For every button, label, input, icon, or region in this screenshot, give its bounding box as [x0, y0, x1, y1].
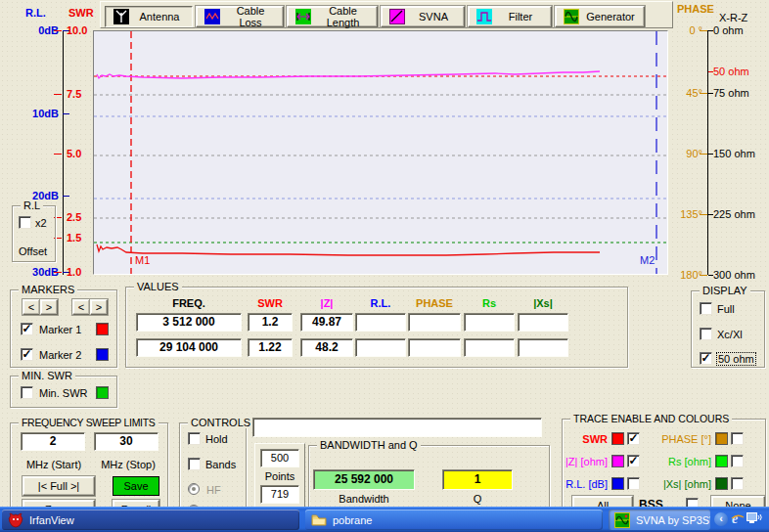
- trace-swr-checkbox[interactable]: ✓: [627, 432, 640, 445]
- chart-plot-area[interactable]: M1 M2: [93, 30, 668, 275]
- controls-group-title: CONTROLS: [188, 417, 253, 428]
- marker2-prev-button[interactable]: <: [72, 299, 90, 315]
- left-axis-db-label: 10dB: [6, 108, 59, 119]
- marker1-color-swatch[interactable]: [96, 323, 109, 335]
- marker2-color-swatch[interactable]: [96, 348, 109, 361]
- bandwidth-value[interactable]: 25 592 000: [313, 469, 415, 490]
- generator-button[interactable]: Generator: [555, 6, 645, 27]
- points-bottom-value[interactable]: 719: [260, 485, 299, 504]
- values-rs-1[interactable]: [464, 313, 515, 332]
- left-axis-db-label: 0dB: [6, 24, 59, 36]
- trace-swr-swatch[interactable]: [611, 432, 624, 445]
- values-freq-2[interactable]: 29 104 000: [136, 338, 242, 357]
- values-group: VALUES FREQ. SWR |Z| R.L. PHASE Rs |Xs| …: [125, 287, 628, 368]
- trace-rl-label: R.L. [dB]: [565, 478, 608, 490]
- marker2-next-button[interactable]: >: [90, 299, 108, 315]
- trace-rs-swatch[interactable]: [715, 455, 728, 467]
- freq-sweep-group-title: FREQUENCY SWEEP LIMITS: [19, 417, 158, 428]
- tray-collapse-chevron-icon[interactable]: ‹: [714, 512, 728, 526]
- q-value[interactable]: 1: [442, 469, 513, 490]
- values-xs-2[interactable]: [518, 338, 568, 357]
- min-swr-checkbox[interactable]: [21, 386, 33, 399]
- hold-label: Hold: [205, 433, 228, 445]
- taskbar-pobrane-button[interactable]: pobrane: [305, 510, 603, 530]
- controls-group: CONTROLS Hold Bands HF VHF: [179, 422, 247, 520]
- trace-xs-checkbox[interactable]: [731, 477, 744, 490]
- display-xcxl-label: Xc/Xl: [717, 329, 743, 340]
- marker2-label: Marker 2: [39, 349, 81, 361]
- save-button[interactable]: Save: [113, 476, 159, 496]
- values-swr-2[interactable]: 1.22: [248, 338, 293, 357]
- hf-radio[interactable]: [188, 483, 200, 495]
- display-xcxl-checkbox[interactable]: [700, 328, 712, 340]
- marker2-checkbox[interactable]: ✓: [21, 348, 33, 361]
- right-axis-ohm-tick: [708, 275, 713, 276]
- display-group-title: DISPLAY: [700, 285, 750, 296]
- markers-group-title: MARKERS: [19, 284, 77, 295]
- filter-button[interactable]: Filter: [468, 6, 552, 27]
- values-phase-2[interactable]: [408, 338, 461, 357]
- values-phase-1[interactable]: [408, 313, 461, 332]
- left-axis-line: [63, 30, 64, 275]
- trace-phase-swatch[interactable]: [715, 432, 728, 445]
- values-z-1[interactable]: 49.87: [300, 313, 353, 332]
- values-rl-1[interactable]: [355, 313, 406, 332]
- values-header-z: |Z|: [300, 297, 353, 309]
- values-rs-2[interactable]: [464, 338, 515, 357]
- rl-offset-group-title: R.L: [21, 200, 43, 211]
- values-header-freq: FREQ.: [136, 297, 242, 309]
- cable-loss-icon: [204, 9, 220, 24]
- command-input[interactable]: [252, 418, 542, 437]
- trace-rs-checkbox[interactable]: [731, 455, 744, 467]
- taskbar-irfanview-button[interactable]: IrfanView: [2, 510, 299, 530]
- trace-z-checkbox[interactable]: ✓: [627, 455, 640, 467]
- left-axis-swr-label: 1.5: [67, 232, 81, 244]
- right-axis-line: [707, 30, 708, 275]
- full-sweep-button[interactable]: |< Full >|: [23, 476, 95, 496]
- svna-button-label: SVNA: [411, 11, 456, 22]
- values-freq-1[interactable]: 3 512 000: [136, 313, 242, 332]
- tray-volume-monitor-icon[interactable]: [746, 512, 762, 526]
- left-axis-db-tick: [63, 196, 69, 197]
- marker1-next-button[interactable]: >: [40, 299, 58, 315]
- right-axis-phase-tick: [700, 214, 707, 215]
- trace-xs-swatch[interactable]: [715, 477, 728, 490]
- left-axis-swr-tick: [54, 30, 62, 31]
- rl-x2-checkbox[interactable]: [19, 216, 31, 229]
- cable-loss-button[interactable]: Cable Loss: [196, 6, 284, 27]
- bands-checkbox[interactable]: [188, 458, 201, 470]
- display-50ohm-checkbox[interactable]: ✓: [700, 352, 712, 365]
- bandwidth-label: Bandwidth: [313, 493, 415, 505]
- marker1-prev-button[interactable]: <: [23, 299, 40, 315]
- left-axis-swr-tick: [54, 154, 62, 155]
- cable-length-icon: [295, 9, 311, 24]
- min-swr-label: Min. SWR: [39, 387, 88, 399]
- trace-z-swatch[interactable]: [611, 455, 624, 467]
- values-header-rs: Rs: [464, 297, 515, 309]
- tray-ie-icon[interactable]: e: [731, 510, 745, 527]
- values-swr-1[interactable]: 1.2: [248, 313, 293, 332]
- values-z-2[interactable]: 48.2: [300, 338, 353, 357]
- marker1-checkbox[interactable]: ✓: [21, 323, 33, 335]
- trace-rl-swatch[interactable]: [611, 477, 624, 490]
- freq-start-input[interactable]: 2: [21, 432, 85, 451]
- points-top-value[interactable]: 500: [260, 449, 299, 467]
- display-full-checkbox[interactable]: [700, 302, 712, 315]
- freq-stop-input[interactable]: 30: [94, 432, 158, 451]
- taskbar-svna-button[interactable]: SVNA by SP3SWJ - S...: [609, 510, 710, 530]
- min-swr-color-swatch[interactable]: [96, 386, 109, 399]
- values-rl-2[interactable]: [355, 338, 406, 357]
- antenna-button[interactable]: Antenna: [105, 6, 193, 27]
- left-axis-swr-tick: [54, 272, 62, 273]
- cable-length-button-label: Cable Length: [317, 5, 369, 28]
- trace-phase-checkbox[interactable]: [731, 432, 744, 445]
- trace-phase-label: PHASE [°]: [658, 433, 711, 445]
- svna-button[interactable]: SVNA: [381, 6, 465, 27]
- cable-length-button[interactable]: Cable Length: [287, 6, 378, 27]
- hold-checkbox[interactable]: [188, 432, 201, 445]
- cable-loss-button-label: Cable Loss: [226, 5, 275, 28]
- values-xs-1[interactable]: [518, 313, 568, 332]
- trace-rs-label: Rs [ohm]: [658, 456, 711, 467]
- trace-rl-checkbox[interactable]: [627, 477, 640, 490]
- xrz-axis-title: X-R-Z: [719, 12, 747, 23]
